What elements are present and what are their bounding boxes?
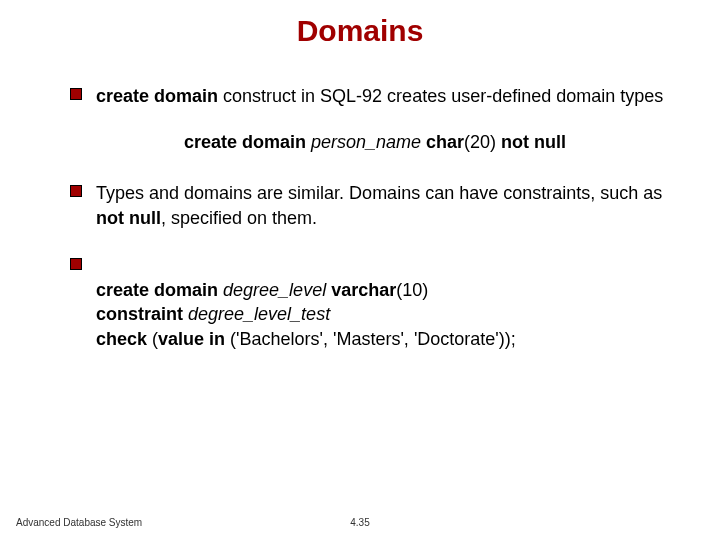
bullet-item: Types and domains are similar. Domains c…: [70, 181, 680, 230]
text: ('Bachelors', 'Masters', 'Doctorate'));: [225, 329, 516, 349]
square-bullet-icon: [70, 185, 82, 197]
text-italic: person_name: [311, 132, 421, 152]
text-bold: not null: [501, 132, 566, 152]
bullet-text: create domain degree_level varchar(10) c…: [96, 254, 516, 351]
slide-title: Domains: [0, 0, 720, 54]
text-bold: create domain: [96, 86, 218, 106]
slide-content: create domain construct in SQL-92 create…: [0, 54, 720, 351]
text-bold: char: [426, 132, 464, 152]
bullet-text: Types and domains are similar. Domains c…: [96, 181, 680, 230]
bullet-item: create domain construct in SQL-92 create…: [70, 84, 680, 108]
bullet-item: create domain degree_level varchar(10) c…: [70, 254, 680, 351]
code-example: create domain person_name char(20) not n…: [70, 132, 680, 153]
text-bold: create domain: [96, 280, 218, 300]
footer-page-number: 4.35: [350, 517, 369, 528]
text: (20): [464, 132, 501, 152]
footer-left: Advanced Database System: [16, 517, 142, 528]
text: (10): [396, 280, 428, 300]
text-bold: create domain: [184, 132, 306, 152]
text-bold: check: [96, 329, 147, 349]
text-italic: degree_level: [223, 280, 326, 300]
square-bullet-icon: [70, 258, 82, 270]
square-bullet-icon: [70, 88, 82, 100]
text-bold: varchar: [331, 280, 396, 300]
slide: Domains create domain construct in SQL-9…: [0, 0, 720, 540]
text: Types and domains are similar. Domains c…: [96, 183, 662, 203]
text: construct in SQL-92 creates user-defined…: [218, 86, 663, 106]
text-bold: value in: [158, 329, 225, 349]
text: , specified on them.: [161, 208, 317, 228]
bullet-text: create domain construct in SQL-92 create…: [96, 84, 663, 108]
text-bold: not null: [96, 208, 161, 228]
text-bold: constraint: [96, 304, 183, 324]
text: (: [147, 329, 158, 349]
text-italic: degree_level_test: [188, 304, 330, 324]
